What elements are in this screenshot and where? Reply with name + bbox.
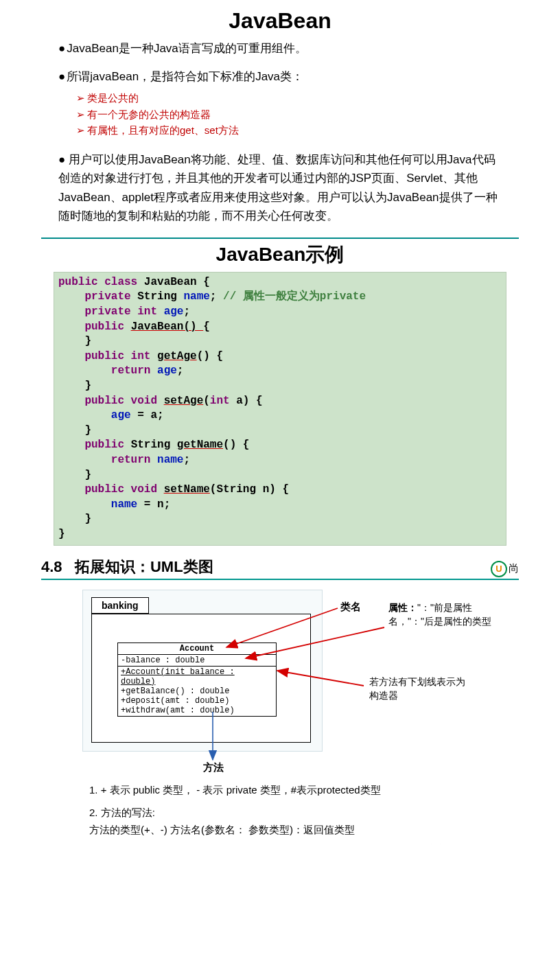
section-title: 拓展知识：UML类图	[75, 558, 213, 575]
footer-line-2b: 方法的类型(+、-) 方法名(参数名： 参数类型)：返回值类型	[89, 822, 485, 837]
watermark: CSDN @寒塘ya	[397, 842, 452, 844]
footer-line-2a: 2. 方法的写法:	[89, 804, 485, 820]
note-attr: 属性："："前是属性名，"："后是属性的类型	[388, 601, 505, 629]
uml-diagram: banking Account -balance : double +Accou…	[82, 590, 506, 775]
sub-bullet-2: 有一个无参的公共的构造器	[76, 106, 502, 122]
uml-method: +deposit(amt : double)	[121, 696, 273, 706]
sub-bullet-3: 有属性，且有对应的get、set方法	[76, 122, 502, 138]
uml-class-name: Account	[118, 643, 276, 655]
example-title: JavaBean示例	[0, 239, 560, 270]
uml-method: +getBalance() : double	[121, 686, 273, 696]
paragraph: 用户可以使用JavaBean将功能、处理、值、数据库访问和其他任何可以用Java…	[58, 150, 502, 225]
label-classname: 类名	[340, 601, 361, 614]
uml-class: Account -balance : double +Account(init_…	[117, 642, 277, 717]
section-header: 4.8 拓展知识：UML类图 U尚	[41, 557, 519, 580]
sub-bullet-1: 类是公共的	[76, 90, 502, 106]
footer-line-1: 1. + 表示 public 类型， - 表示 private 类型，#表示pr…	[89, 782, 485, 798]
bullet-1: JavaBean是一种Java语言写成的可重用组件。	[58, 39, 502, 58]
logo-text: 尚	[509, 562, 519, 574]
uml-method: +withdraw(amt : double)	[121, 706, 273, 715]
label-method: 方法	[203, 761, 224, 774]
note-ctor: 若方法有下划线表示为构造器	[369, 675, 465, 703]
logo-icon: U	[491, 561, 507, 577]
section-number: 4.8	[41, 558, 62, 575]
bullet-2: 所谓javaBean，是指符合如下标准的Java类：	[58, 67, 502, 86]
code-block: public class JavaBean { private String n…	[54, 272, 506, 546]
uml-package: banking	[91, 597, 149, 614]
page-title: JavaBean	[0, 0, 560, 39]
uml-attr: -balance : double	[118, 655, 276, 667]
uml-constructor: +Account(init_balance : double)	[121, 667, 273, 686]
intro-block: JavaBean是一种Java语言写成的可重用组件。 所谓javaBean，是指…	[0, 39, 560, 231]
footer-notes: 1. + 表示 public 类型， - 表示 private 类型，#表示pr…	[89, 782, 485, 838]
